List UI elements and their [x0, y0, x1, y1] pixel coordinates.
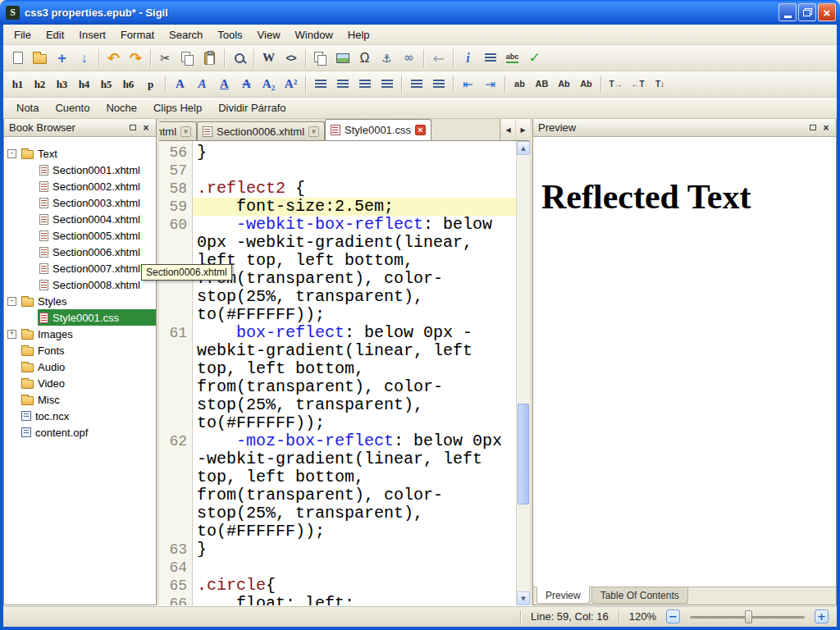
- book-view-button[interactable]: W: [258, 48, 280, 69]
- code-editor[interactable]: 56}5758.reflect2 {59 font-size:2.5em;60 …: [159, 141, 530, 605]
- tree-item-video[interactable]: Video: [4, 375, 156, 391]
- bold-button[interactable]: A: [169, 74, 191, 95]
- tree-item-style0001-css[interactable]: Style0001.css: [4, 309, 156, 326]
- back-button[interactable]: ←: [427, 48, 450, 69]
- code-line-text[interactable]: font-size:2.5em;: [193, 198, 516, 216]
- tree-item-text[interactable]: -Text: [4, 145, 156, 162]
- close-preview-button[interactable]: ×: [819, 121, 833, 135]
- heading-4-button[interactable]: h4: [73, 74, 95, 95]
- code-view[interactable]: 56}5758.reflect2 {59 font-size:2.5em;60 …: [159, 141, 516, 605]
- tree-item-audio[interactable]: Audio: [4, 358, 156, 375]
- tree-item-section0004-xhtml[interactable]: Section0004.xhtml: [4, 211, 156, 227]
- save-button[interactable]: ↓: [73, 48, 95, 69]
- menu-window[interactable]: Window: [288, 26, 340, 43]
- heading-2-button[interactable]: h2: [29, 74, 51, 95]
- code-line[interactable]: 56}: [159, 144, 516, 162]
- code-line-text[interactable]: .reflect2 {: [193, 180, 516, 198]
- menu-help[interactable]: Help: [340, 26, 377, 43]
- restore-button[interactable]: [798, 3, 816, 21]
- tree-item-section0002-xhtml[interactable]: Section0002.xhtml: [4, 178, 156, 194]
- align-right-button[interactable]: [354, 74, 376, 95]
- scroll-up-button[interactable]: ▲: [517, 141, 530, 155]
- tree-item-misc[interactable]: Misc: [4, 391, 156, 408]
- subscript-button[interactable]: A₂: [258, 74, 280, 95]
- code-line-text[interactable]: [193, 559, 516, 577]
- minimize-button[interactable]: [778, 3, 797, 21]
- menu-file[interactable]: File: [7, 26, 39, 43]
- zoom-in-button[interactable]: +: [815, 609, 829, 623]
- scrollbar-track[interactable]: [517, 155, 530, 591]
- zoom-slider-handle[interactable]: [745, 610, 752, 623]
- scrollbar-thumb[interactable]: [518, 404, 529, 504]
- spellcheck-button[interactable]: abc: [501, 48, 523, 69]
- collapse-icon[interactable]: -: [7, 297, 16, 306]
- clip-cuento[interactable]: Cuento: [48, 99, 96, 116]
- code-line[interactable]: 64: [159, 559, 516, 577]
- tree-item-section0001-xhtml[interactable]: Section0001.xhtml: [4, 162, 156, 178]
- tree-item-section0007-xhtml[interactable]: Section0007.xhtml: [4, 260, 156, 276]
- copy-button[interactable]: [176, 48, 199, 69]
- expand-icon[interactable]: +: [7, 330, 16, 339]
- menu-format[interactable]: Format: [113, 26, 162, 43]
- undo-button[interactable]: ↶: [103, 48, 125, 69]
- titlebar[interactable]: S css3 properties.epub* - Sigil ×: [0, 0, 840, 25]
- preview-tab-table-of-contents[interactable]: Table Of Contents: [591, 587, 688, 604]
- capitalize-button[interactable]: Ab: [575, 74, 597, 95]
- heading-6-button[interactable]: h6: [117, 74, 139, 95]
- align-justify-button[interactable]: [376, 74, 398, 95]
- heading-1-button[interactable]: h1: [7, 74, 29, 95]
- redo-button[interactable]: ↷: [125, 48, 147, 69]
- code-line[interactable]: 59 font-size:2.5em;: [159, 198, 516, 216]
- menu-search[interactable]: Search: [162, 26, 210, 43]
- code-line-text[interactable]: -webkit-box-reflect: below 0px -webkit-g…: [193, 216, 516, 324]
- clip-nota[interactable]: Nota: [10, 99, 45, 116]
- code-line-text[interactable]: float: left;: [193, 595, 516, 605]
- zoom-out-button[interactable]: −: [666, 609, 680, 623]
- split-at-cursor-button[interactable]: [309, 48, 331, 69]
- tab-close-button[interactable]: ×: [308, 126, 319, 137]
- code-line[interactable]: 61 box-reflect: below 0px -webkit-gradie…: [159, 324, 516, 432]
- code-line[interactable]: 62 -moz-box-reflect: below 0px -webkit-g…: [159, 432, 516, 541]
- cut-button[interactable]: ✂: [154, 48, 176, 69]
- menu-tools[interactable]: Tools: [210, 26, 249, 43]
- text-direction-ltr-button[interactable]: T→: [605, 74, 627, 95]
- code-line-text[interactable]: box-reflect: below 0px -webkit-gradient(…: [193, 324, 516, 432]
- code-line[interactable]: 63}: [159, 541, 516, 559]
- superscript-button[interactable]: A²: [280, 74, 302, 95]
- tree-item-styles[interactable]: -Styles: [4, 293, 156, 309]
- menu-edit[interactable]: Edit: [39, 26, 71, 43]
- lowercase-button[interactable]: ab: [509, 74, 531, 95]
- open-file-button[interactable]: [29, 48, 51, 69]
- uppercase-button[interactable]: AB: [531, 74, 553, 95]
- tree-item-content-opf[interactable]: content.opf: [4, 424, 156, 441]
- special-character-button[interactable]: Ω: [354, 48, 376, 69]
- align-left-button[interactable]: [309, 74, 331, 95]
- well-formed-check-button[interactable]: ✓: [523, 48, 546, 69]
- tree-item-toc-ncx[interactable]: toc.ncx: [4, 408, 156, 424]
- edit-toc-button[interactable]: [479, 48, 501, 69]
- tab-close-button[interactable]: ×: [180, 126, 191, 137]
- tab-style0001-css[interactable]: Style0001.css×: [325, 119, 431, 140]
- tab-section0006-xhtml[interactable]: Section0006.xhtml×: [197, 121, 325, 140]
- code-line-text[interactable]: .circle{: [193, 577, 516, 595]
- clip-dividir-parrafo[interactable]: Dividir Párrafo: [212, 99, 292, 116]
- code-line[interactable]: 57: [159, 162, 516, 180]
- align-center-button[interactable]: [331, 74, 354, 95]
- tree-item-images[interactable]: +Images: [4, 326, 156, 342]
- zoom-slider[interactable]: [690, 609, 805, 624]
- tab-scroll-left-button[interactable]: ◀: [500, 119, 515, 140]
- tab-scroll-right-button[interactable]: ▶: [515, 119, 530, 140]
- insert-image-button[interactable]: [331, 48, 354, 69]
- tree-item-section0008-xhtml[interactable]: Section0008.xhtml: [4, 276, 156, 293]
- clip-clips-help[interactable]: Clips Help: [147, 99, 208, 116]
- code-line[interactable]: 66 float: left;: [159, 595, 516, 605]
- menu-view[interactable]: View: [250, 26, 288, 43]
- collapse-icon[interactable]: -: [7, 149, 16, 158]
- code-line[interactable]: 58.reflect2 {: [159, 180, 516, 198]
- float-panel-button[interactable]: [126, 121, 139, 135]
- tree-item-fonts[interactable]: Fonts: [4, 342, 156, 358]
- tab-close-button[interactable]: ×: [415, 125, 426, 135]
- text-direction-default-button[interactable]: T↕: [649, 74, 671, 95]
- new-file-button[interactable]: [7, 48, 29, 69]
- code-line-text[interactable]: -moz-box-reflect: below 0px -webkit-grad…: [193, 432, 516, 541]
